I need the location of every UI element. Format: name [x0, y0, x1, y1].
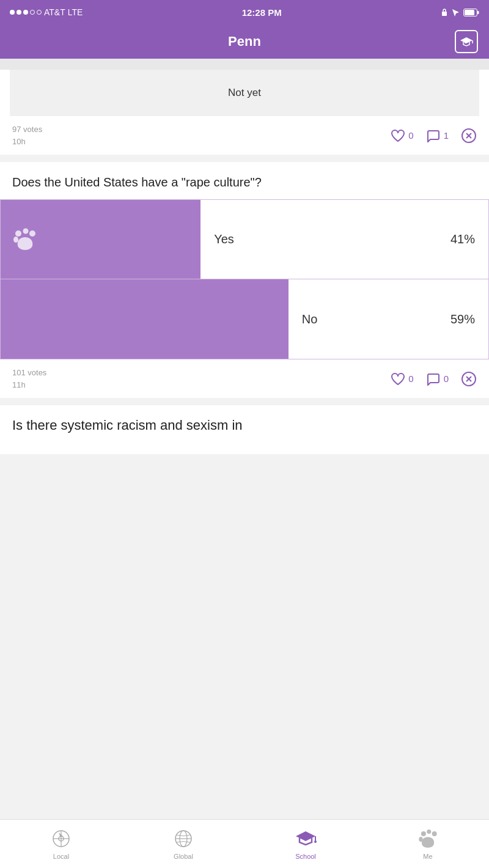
heart-icon [391, 129, 405, 142]
dot4 [30, 10, 35, 15]
svg-point-10 [23, 228, 29, 234]
status-right [441, 8, 479, 17]
comment-count: 1 [444, 130, 449, 141]
lock-icon [441, 8, 448, 17]
signal-dots [10, 10, 42, 15]
poll-like-count: 0 [408, 373, 413, 384]
me-paw-icon [417, 829, 439, 848]
svg-point-28 [432, 831, 437, 836]
compose-button[interactable] [455, 30, 478, 53]
no-fill-label: No [142, 312, 158, 326]
app-header: Penn [0, 24, 489, 59]
partial-top-bar [0, 59, 489, 70]
svg-rect-2 [477, 11, 479, 14]
time-ago: 10h [12, 136, 391, 148]
poll-row-yes[interactable]: Yes 41% [1, 200, 488, 279]
poll-question: Does the United States have a "rape cult… [0, 162, 489, 199]
status-bar: AT&T LTE 12:28 PM [0, 0, 489, 24]
dot3 [23, 10, 28, 15]
school-tab-label: School [295, 853, 316, 860]
no-fill: No [1, 279, 289, 359]
yes-fill [1, 200, 200, 279]
svg-point-9 [15, 230, 21, 237]
poll-bars: Yes 41% No No 59% [0, 199, 489, 359]
carrier-label: AT&T [44, 7, 65, 17]
dismiss-button[interactable] [461, 128, 477, 144]
dot1 [10, 10, 15, 15]
me-tab-label: Me [423, 853, 432, 860]
svg-rect-3 [465, 10, 474, 15]
poll-footer-actions: 0 0 [391, 371, 477, 387]
content-area: Not yet 97 votes 10h 0 1 [0, 59, 489, 454]
paw-icon [12, 227, 39, 252]
svg-point-12 [13, 237, 18, 243]
no-pct: 59% [450, 312, 475, 326]
poll-vote-info: 101 votes 11h [12, 367, 391, 391]
poll-vote-count: 101 votes [12, 367, 391, 379]
poll-card: Does the United States have a "rape cult… [0, 162, 489, 398]
yes-pct: 41% [450, 232, 475, 246]
like-button[interactable]: 0 [391, 129, 413, 142]
poll-comment-icon [426, 372, 441, 386]
poll-comment-button[interactable]: 0 [426, 372, 449, 386]
tab-me[interactable]: Me [367, 828, 489, 860]
no-label-area: No 59% [289, 279, 488, 359]
local-icon-wrap [50, 828, 72, 850]
tab-bar: Local Global School [0, 819, 489, 868]
comment-button[interactable]: 1 [426, 129, 449, 142]
poll-close-circle-icon [461, 371, 477, 387]
answer-text: Not yet [10, 70, 479, 116]
yes-label-area: Yes 41% [200, 200, 488, 279]
first-card-footer: 97 votes 10h 0 1 [0, 116, 489, 155]
poll-dismiss-button[interactable] [461, 371, 477, 387]
svg-point-26 [421, 831, 426, 836]
time-display: 12:28 PM [242, 7, 282, 18]
local-tab-label: Local [53, 853, 69, 860]
global-tab-label: Global [174, 853, 193, 860]
poll-like-button[interactable]: 0 [391, 372, 413, 386]
global-icon [174, 829, 193, 848]
school-icon [295, 829, 317, 848]
svg-point-27 [427, 829, 431, 834]
comment-icon [426, 129, 441, 142]
bottom-partial-text: Is there systemic racism and sexism in [12, 417, 477, 433]
location-icon [452, 9, 460, 17]
battery-icon [463, 9, 479, 17]
poll-comment-count: 0 [444, 373, 449, 384]
footer-actions: 0 1 [391, 128, 477, 144]
poll-heart-icon [391, 372, 405, 386]
tab-school[interactable]: School [244, 828, 367, 860]
close-circle-icon [461, 128, 477, 144]
compose-icon [460, 35, 473, 48]
poll-time-ago: 11h [12, 379, 391, 391]
svg-rect-0 [442, 12, 447, 16]
like-count: 0 [408, 130, 413, 141]
bottom-partial-card: Is there systemic racism and sexism in [0, 405, 489, 454]
local-icon [51, 829, 71, 848]
tab-global[interactable]: Global [122, 828, 244, 860]
header-title: Penn [228, 34, 261, 50]
global-icon-wrap [172, 828, 194, 850]
vote-count: 97 votes [12, 123, 391, 136]
dot2 [17, 10, 21, 15]
svg-point-25 [314, 840, 317, 843]
status-left: AT&T LTE [10, 7, 83, 17]
school-icon-wrap [295, 828, 317, 850]
partial-card-top: Not yet 97 votes 10h 0 1 [0, 59, 489, 155]
svg-point-11 [29, 230, 35, 237]
tab-local[interactable]: Local [0, 828, 122, 860]
poll-card-footer: 101 votes 11h 0 0 [0, 359, 489, 398]
network-label: LTE [68, 7, 83, 17]
vote-info: 97 votes 10h [12, 123, 391, 147]
me-icon-wrap [417, 828, 439, 850]
no-label: No [302, 312, 318, 326]
dot5 [37, 10, 42, 15]
yes-label: Yes [214, 232, 234, 246]
poll-row-no[interactable]: No No 59% [1, 279, 488, 359]
